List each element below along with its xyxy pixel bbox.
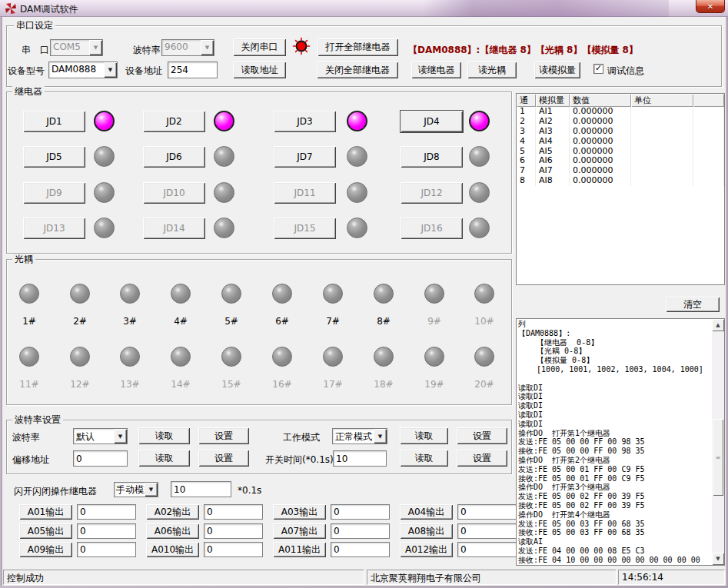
table-row[interactable]: 8AI80.000000 xyxy=(517,176,724,186)
flash-time-field[interactable] xyxy=(171,481,231,497)
offset-read-button[interactable]: 读取 xyxy=(138,450,190,467)
col-header-channel[interactable]: 通 xyxy=(517,94,536,107)
output-button-a08[interactable]: A08输出 xyxy=(400,523,453,539)
output-field-a05[interactable] xyxy=(77,523,136,539)
clear-log-button[interactable]: 清空 xyxy=(666,297,720,312)
scroll-down-icon[interactable] xyxy=(712,553,724,565)
switch-time-read-button[interactable]: 读取 xyxy=(400,450,448,467)
switch-time-set-button[interactable]: 设置 xyxy=(457,450,507,467)
output-button-a010[interactable]: A010输出 xyxy=(146,542,199,557)
relay-button-jd4[interactable]: JD4 xyxy=(401,111,463,132)
relay-button-jd2[interactable]: JD2 xyxy=(143,111,205,132)
debug-log-area[interactable]: 列 【DAM0888】: 【继电器 0-8】 【光耦 0-8】 【模拟量 0-8… xyxy=(516,318,725,566)
col-header-analog[interactable]: 模拟量 xyxy=(536,94,570,107)
output-field-a06[interactable] xyxy=(204,523,263,539)
relay-button-jd1[interactable]: JD1 xyxy=(23,111,85,132)
device-model-label: 设备型号 xyxy=(8,65,45,78)
table-row[interactable]: 7AI70.000000 xyxy=(517,166,724,176)
table-row[interactable]: 3AI30.000000 xyxy=(517,127,724,137)
opto-led-10 xyxy=(474,284,494,304)
table-row[interactable]: 4AI40.000000 xyxy=(517,137,724,147)
serial-port-select[interactable]: COM5 xyxy=(50,39,103,56)
relay-button-jd9[interactable]: JD9 xyxy=(23,182,85,204)
output-button-a01[interactable]: A01输出 xyxy=(19,504,72,520)
col-header-extra[interactable] xyxy=(693,94,724,107)
output-button-a09[interactable]: A09输出 xyxy=(19,542,72,557)
relay-led-jd11 xyxy=(347,182,367,203)
baud-select[interactable]: 默认 xyxy=(73,428,128,444)
col-header-unit[interactable]: 单位 xyxy=(631,94,693,107)
relay-button-jd10[interactable]: JD10 xyxy=(143,182,205,204)
offset-set-button[interactable]: 设置 xyxy=(198,450,249,467)
output-button-a02[interactable]: A02输出 xyxy=(146,504,199,520)
baud-set-button[interactable]: 设置 xyxy=(198,427,249,444)
relay-button-jd16[interactable]: JD16 xyxy=(401,218,463,239)
output-field-a04[interactable] xyxy=(457,504,517,520)
relay-button-jd12[interactable]: JD12 xyxy=(401,182,463,204)
log-scrollbar[interactable] xyxy=(712,319,724,565)
table-row[interactable]: 2AI20.000000 xyxy=(517,117,724,127)
read-opto-button[interactable]: 读光耦 xyxy=(467,61,517,78)
debug-info-label: 调试信息 xyxy=(607,65,644,78)
device-model-select[interactable]: DAM0888 xyxy=(48,61,118,78)
output-field-a010[interactable] xyxy=(204,542,263,557)
relay-led-jd8 xyxy=(469,146,490,167)
output-field-a011[interactable] xyxy=(331,542,390,557)
offset-address-field[interactable] xyxy=(73,450,128,467)
relay-button-jd15[interactable]: JD15 xyxy=(274,218,336,239)
baud-read-button[interactable]: 读取 xyxy=(138,427,190,444)
relay-button-jd8[interactable]: JD8 xyxy=(401,146,463,168)
opto-label-17: 17# xyxy=(317,379,348,390)
opto-led-5 xyxy=(221,284,241,304)
relay-led-jd12 xyxy=(469,182,490,203)
switch-time-field[interactable] xyxy=(333,450,387,467)
dropdown-arrow-icon xyxy=(201,40,214,55)
opto-led-19 xyxy=(424,347,444,367)
table-row[interactable]: 1AI10.000000 xyxy=(517,107,724,117)
read-analog-button[interactable]: 读模拟量 xyxy=(534,61,580,78)
relay-button-jd7[interactable]: JD7 xyxy=(274,146,336,168)
read-address-button[interactable]: 读取地址 xyxy=(233,61,286,78)
close-all-relays-button[interactable]: 关闭全部继电器 xyxy=(317,61,398,78)
baudrate-select[interactable]: 9600 xyxy=(161,39,214,56)
relay-button-jd14[interactable]: JD14 xyxy=(143,218,205,239)
table-row[interactable]: 5AI50.000000 xyxy=(517,147,724,157)
opto-label-7: 7# xyxy=(317,316,348,327)
relay-button-jd5[interactable]: JD5 xyxy=(23,146,85,168)
close-serial-port-button[interactable]: 关闭串口 xyxy=(233,38,286,56)
output-field-a02[interactable] xyxy=(204,504,263,520)
open-all-relays-button[interactable]: 打开全部继电器 xyxy=(317,38,398,56)
opto-group-title: 光耦 xyxy=(12,254,35,264)
relay-button-jd13[interactable]: JD13 xyxy=(23,218,85,239)
output-button-a05[interactable]: A05输出 xyxy=(19,523,72,539)
relay-button-jd6[interactable]: JD6 xyxy=(143,146,205,168)
read-relays-button[interactable]: 读继电器 xyxy=(411,61,461,78)
output-button-a011[interactable]: A011输出 xyxy=(273,542,326,557)
output-field-a09[interactable] xyxy=(77,542,136,557)
workmode-set-button[interactable]: 设置 xyxy=(457,427,507,444)
device-address-field[interactable] xyxy=(168,61,218,78)
flash-mode-select[interactable]: 手动模式 xyxy=(114,482,158,497)
col-header-value[interactable]: 数值 xyxy=(570,94,631,107)
close-button[interactable]: ✕ xyxy=(696,0,725,13)
output-field-a08[interactable] xyxy=(457,523,517,539)
output-button-a04[interactable]: A04输出 xyxy=(400,504,453,520)
app-window: DAM调试软件 ✕ 串口设定 串 口 COM5 波特率 9600 关闭串口 打开… xyxy=(0,0,728,588)
output-button-a06[interactable]: A06输出 xyxy=(146,523,199,539)
output-field-a07[interactable] xyxy=(331,523,390,539)
debug-info-checkbox[interactable] xyxy=(593,64,603,74)
baud-label: 波特率 xyxy=(12,431,40,444)
scroll-up-icon[interactable] xyxy=(712,319,724,331)
output-button-a03[interactable]: A03输出 xyxy=(273,504,326,520)
output-button-a012[interactable]: A012输出 xyxy=(400,542,453,557)
output-button-a07[interactable]: A07输出 xyxy=(273,523,326,539)
workmode-select[interactable]: 正常模式 xyxy=(332,428,387,444)
output-field-a01[interactable] xyxy=(77,504,136,520)
relay-button-jd3[interactable]: JD3 xyxy=(274,111,336,132)
relay-button-jd11[interactable]: JD11 xyxy=(274,182,336,204)
scrollbar-thumb[interactable] xyxy=(713,419,723,496)
table-row[interactable]: 6AI60.000000 xyxy=(517,156,724,166)
output-field-a012[interactable] xyxy=(457,542,517,557)
workmode-read-button[interactable]: 读取 xyxy=(400,427,448,444)
output-field-a03[interactable] xyxy=(331,504,390,520)
